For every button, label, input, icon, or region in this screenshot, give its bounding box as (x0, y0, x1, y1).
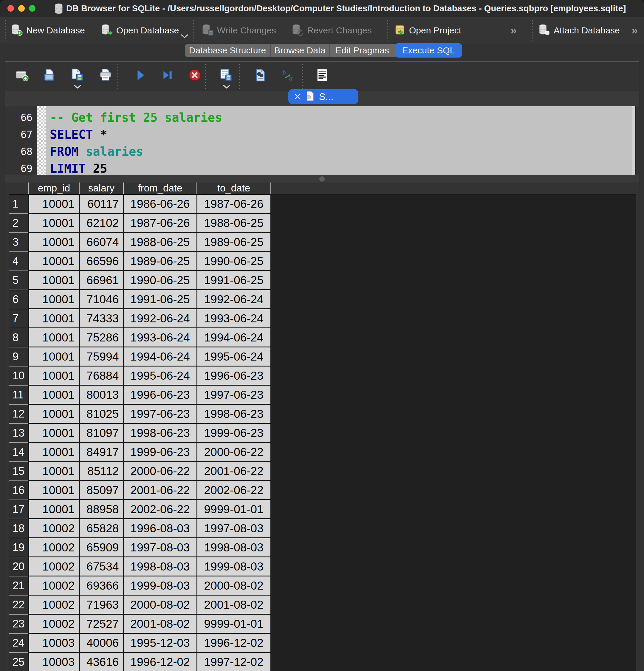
open-sql-file-button[interactable] (42, 68, 57, 83)
row-number-cell[interactable]: 8 (9, 328, 29, 347)
cell-salary[interactable]: 43616 (79, 653, 124, 671)
column-header-salary[interactable]: salary (79, 182, 124, 194)
cell-from_date[interactable]: 1996-06-23 (124, 385, 197, 404)
row-number-cell[interactable]: 10 (9, 366, 29, 385)
cell-from_date[interactable]: 1988-06-25 (124, 232, 197, 252)
cell-to_date[interactable]: 1988-06-25 (197, 214, 271, 232)
row-number-cell[interactable]: 23 (9, 614, 29, 633)
cell-salary[interactable]: 66961 (79, 271, 124, 290)
cell-to_date[interactable]: 2001-08-02 (197, 595, 271, 614)
cell-salary[interactable]: 66596 (79, 252, 124, 271)
cell-emp_id[interactable]: 10002 (29, 614, 79, 633)
cell-salary[interactable]: 81025 (79, 404, 124, 423)
cell-to_date[interactable]: 2001-06-22 (197, 461, 271, 481)
cell-from_date[interactable]: 1989-06-25 (124, 252, 197, 271)
code-line[interactable]: SELECT * (50, 126, 632, 143)
sql-tab[interactable]: × S... (288, 89, 358, 104)
row-number-cell[interactable]: 9 (9, 347, 29, 366)
close-window-button[interactable] (8, 5, 14, 12)
tab-edit-pragmas[interactable]: Edit Pragmas (329, 44, 395, 57)
row-number-cell[interactable]: 6 (9, 290, 29, 309)
save-results-button[interactable] (219, 68, 233, 83)
cell-emp_id[interactable]: 10003 (29, 633, 79, 653)
cell-to_date[interactable]: 1999-06-23 (197, 423, 271, 443)
row-number-cell[interactable]: 24 (9, 633, 29, 653)
zoom-window-button[interactable] (29, 5, 36, 12)
cell-from_date[interactable]: 2000-08-02 (124, 595, 197, 614)
row-number-cell[interactable]: 13 (9, 423, 29, 443)
row-number-cell[interactable]: 20 (9, 557, 29, 576)
cell-to_date[interactable]: 1997-12-02 (197, 653, 271, 671)
cell-emp_id[interactable]: 10001 (29, 290, 79, 309)
cell-salary[interactable]: 65828 (79, 519, 124, 538)
cell-salary[interactable]: 88958 (79, 500, 124, 519)
cell-emp_id[interactable]: 10001 (29, 423, 79, 443)
cell-to_date[interactable]: 1998-08-03 (197, 538, 271, 557)
cell-emp_id[interactable]: 10001 (29, 366, 79, 385)
cell-from_date[interactable]: 1996-12-02 (124, 653, 197, 671)
chevron-down-icon[interactable] (181, 34, 189, 40)
cell-to_date[interactable]: 1987-06-26 (197, 194, 271, 214)
tab-database-structure[interactable]: Database Structure (185, 44, 270, 57)
cell-from_date[interactable]: 1992-06-24 (124, 309, 197, 328)
cell-to_date[interactable]: 1996-12-02 (197, 633, 271, 653)
cell-from_date[interactable]: 2001-08-02 (124, 614, 197, 633)
cell-to_date[interactable]: 1994-06-24 (197, 328, 271, 347)
column-header-from_date[interactable]: from_date (124, 182, 197, 194)
cell-to_date[interactable]: 9999-01-01 (197, 500, 271, 519)
cell-salary[interactable]: 80013 (79, 385, 124, 404)
minimize-window-button[interactable] (18, 5, 25, 12)
execute-sql-file-button[interactable] (253, 68, 268, 83)
row-number-cell[interactable]: 7 (9, 309, 29, 328)
cell-from_date[interactable]: 2001-06-22 (124, 481, 197, 500)
cell-emp_id[interactable]: 10001 (29, 232, 79, 252)
cell-salary[interactable]: 66074 (79, 232, 124, 252)
chevron-down-icon[interactable] (223, 85, 231, 90)
cell-to_date[interactable]: 1999-08-03 (197, 557, 271, 576)
row-number-cell[interactable]: 12 (9, 404, 29, 423)
cell-salary[interactable]: 81097 (79, 423, 124, 443)
row-number-cell[interactable]: 21 (9, 576, 29, 595)
cell-to_date[interactable]: 1997-08-03 (197, 519, 271, 538)
cell-salary[interactable]: 75994 (79, 347, 124, 366)
cell-to_date[interactable]: 2000-06-22 (197, 443, 271, 461)
new-sql-tab-button[interactable] (15, 68, 29, 83)
open-project-button[interactable]: Open Project (394, 17, 461, 43)
row-number-cell[interactable]: 25 (9, 653, 29, 671)
cell-from_date[interactable]: 2000-06-22 (124, 461, 197, 481)
cell-salary[interactable]: 67534 (79, 557, 124, 576)
cell-salary[interactable]: 84917 (79, 443, 124, 461)
toolbar-overflow-chevrons[interactable]: » (511, 17, 517, 43)
execute-all-button[interactable] (133, 68, 148, 83)
cell-salary[interactable]: 71963 (79, 595, 124, 614)
attach-database-button[interactable]: Attach Database (538, 17, 620, 43)
cell-emp_id[interactable]: 10001 (29, 214, 79, 232)
row-number-cell[interactable]: 2 (9, 214, 29, 232)
cell-emp_id[interactable]: 10002 (29, 557, 79, 576)
row-number-cell[interactable]: 19 (9, 538, 29, 557)
cell-emp_id[interactable]: 10001 (29, 385, 79, 404)
cell-from_date[interactable]: 1990-06-25 (124, 271, 197, 290)
cell-from_date[interactable]: 1997-06-23 (124, 404, 197, 423)
cell-salary[interactable]: 72527 (79, 614, 124, 633)
cell-from_date[interactable]: 1997-08-03 (124, 538, 197, 557)
row-number-cell[interactable]: 18 (9, 519, 29, 538)
cell-salary[interactable]: 85097 (79, 481, 124, 500)
cell-emp_id[interactable]: 10001 (29, 404, 79, 423)
row-number-cell[interactable]: 4 (9, 252, 29, 271)
cell-from_date[interactable]: 1999-06-23 (124, 443, 197, 461)
cell-to_date[interactable]: 1993-06-24 (197, 309, 271, 328)
code-line[interactable]: -- Get first 25 salaries (50, 109, 632, 126)
cell-to_date[interactable]: 1995-06-24 (197, 347, 271, 366)
row-number-cell[interactable]: 15 (9, 461, 29, 481)
find-replace-button[interactable]: ba (281, 68, 296, 83)
row-number-cell[interactable]: 11 (9, 385, 29, 404)
cell-emp_id[interactable]: 10001 (29, 443, 79, 461)
cell-to_date[interactable]: 2000-08-02 (197, 576, 271, 595)
row-number-cell[interactable]: 14 (9, 443, 29, 461)
cell-emp_id[interactable]: 10001 (29, 194, 79, 214)
cell-to_date[interactable]: 2002-06-22 (197, 481, 271, 500)
open-database-button[interactable]: Open Database (101, 17, 179, 43)
cell-emp_id[interactable]: 10002 (29, 519, 79, 538)
cell-salary[interactable]: 71046 (79, 290, 124, 309)
